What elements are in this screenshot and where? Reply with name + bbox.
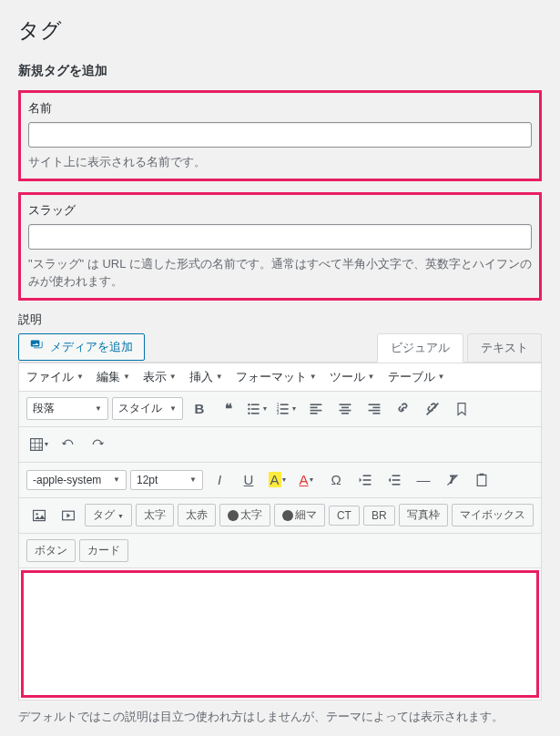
br-button[interactable]: BR <box>363 506 395 526</box>
svg-rect-23 <box>372 413 380 414</box>
redo-button[interactable] <box>85 433 110 456</box>
slug-desc: "スラッグ" は URL に適した形式の名前です。通常はすべて半角小文字で、英数… <box>28 255 532 291</box>
media-icon <box>30 338 45 356</box>
ct-button[interactable]: CT <box>329 506 360 526</box>
toolbar-row-5: ボタン カード <box>19 534 541 568</box>
svg-point-0 <box>249 404 250 405</box>
svg-text:3: 3 <box>277 411 280 415</box>
bgcolor-button[interactable]: A▼ <box>265 468 290 492</box>
svg-rect-30 <box>363 475 372 476</box>
svg-rect-18 <box>340 409 351 411</box>
slug-field-group: スラッグ "スラッグ" は URL に適した形式の名前です。通常はすべて半角小文… <box>18 192 542 301</box>
outdent-button[interactable] <box>352 468 378 492</box>
svg-point-40 <box>36 513 37 515</box>
svg-rect-17 <box>341 406 349 408</box>
bullet-list-button[interactable]: ▼ <box>245 397 270 421</box>
svg-point-4 <box>249 412 250 414</box>
toolbar-row-3: -apple-system 12pt I U A▼ A▼ Ω — <box>19 463 541 498</box>
align-right-button[interactable] <box>361 397 387 421</box>
svg-rect-33 <box>392 475 401 476</box>
svg-rect-37 <box>477 475 486 486</box>
toolbar-row-1: 段落 スタイル B ❝ ▼ 123 ▼ <box>19 392 541 427</box>
menu-table[interactable]: テーブル <box>388 369 445 385</box>
svg-rect-13 <box>311 406 318 408</box>
svg-rect-34 <box>392 479 401 481</box>
svg-rect-15 <box>311 413 318 414</box>
svg-rect-25 <box>30 438 42 450</box>
red-bold-button[interactable]: 太赤 <box>178 504 216 526</box>
tab-text[interactable]: テキスト <box>467 333 542 362</box>
svg-rect-3 <box>251 408 260 410</box>
toolbar-row-4: タグ 太字 太赤 太字 細マ CT BR 写真枠 マイボックス <box>19 498 541 534</box>
unlink-button[interactable] <box>420 397 445 421</box>
image-button[interactable] <box>26 504 52 527</box>
format-select[interactable]: 段落 <box>26 397 108 420</box>
paste-button[interactable] <box>469 468 494 492</box>
svg-rect-31 <box>363 479 372 481</box>
button-button[interactable]: ボタン <box>26 539 76 562</box>
add-media-button[interactable]: メディアを追加 <box>18 333 145 361</box>
link-button[interactable] <box>391 397 416 421</box>
svg-rect-22 <box>369 409 381 411</box>
name-desc: サイト上に表示される名前です。 <box>28 153 532 171</box>
editor-container: ファイル 編集 表示 挿入 フォーマット ツール テーブル 段落 スタイル B … <box>18 363 542 700</box>
menu-file[interactable]: ファイル <box>26 369 84 385</box>
svg-rect-12 <box>311 404 322 405</box>
font-size-select[interactable]: 12pt <box>130 470 203 490</box>
video-button[interactable] <box>56 504 81 527</box>
underline-button[interactable]: U <box>236 468 261 492</box>
quote-button[interactable]: ❝ <box>216 397 241 421</box>
numbered-list-button[interactable]: 123 ▼ <box>274 397 300 421</box>
align-left-button[interactable] <box>303 397 329 421</box>
svg-point-2 <box>249 407 250 409</box>
bookmark-button[interactable] <box>449 397 474 421</box>
svg-rect-9 <box>280 408 289 410</box>
indent-button[interactable] <box>382 468 407 492</box>
menu-edit[interactable]: 編集 <box>97 369 130 385</box>
marker-bold-button[interactable]: 太字 <box>219 504 270 526</box>
undo-button[interactable] <box>56 433 81 456</box>
name-field-group: 名前 サイト上に表示される名前です。 <box>18 90 542 181</box>
slug-input[interactable] <box>28 224 532 250</box>
bold-button[interactable]: B <box>187 397 212 421</box>
name-input[interactable] <box>28 122 532 148</box>
form-title: 新規タグを追加 <box>18 63 542 79</box>
editor-menubar: ファイル 編集 表示 挿入 フォーマット ツール テーブル <box>19 363 541 392</box>
svg-rect-5 <box>251 413 260 414</box>
description-field-group: 説明 メディアを追加 ビジュアル テキスト ファイル 編集 表示 挿入 フォーマ… <box>18 312 542 726</box>
bold-jp-button[interactable]: 太字 <box>136 504 174 526</box>
svg-rect-11 <box>280 413 289 414</box>
align-center-button[interactable] <box>332 397 358 421</box>
toolbar-row-2: ▼ <box>19 427 541 463</box>
menu-tools[interactable]: ツール <box>330 369 375 385</box>
slug-label: スラッグ <box>28 202 532 219</box>
svg-rect-7 <box>280 404 289 405</box>
tag-dropdown[interactable]: タグ <box>85 504 132 526</box>
svg-rect-16 <box>340 404 351 405</box>
hr-button[interactable]: — <box>411 468 436 492</box>
italic-button[interactable]: I <box>207 468 232 492</box>
svg-rect-14 <box>311 409 322 411</box>
svg-rect-1 <box>251 404 260 405</box>
textcolor-button[interactable]: A▼ <box>294 468 320 492</box>
page-title: タグ <box>18 16 542 45</box>
svg-rect-19 <box>341 413 349 414</box>
menu-view[interactable]: 表示 <box>143 369 177 385</box>
card-button[interactable]: カード <box>79 539 128 562</box>
menu-insert[interactable]: 挿入 <box>189 369 223 385</box>
special-char-button[interactable]: Ω <box>323 468 349 492</box>
clear-format-button[interactable] <box>440 468 465 492</box>
table-button[interactable]: ▼ <box>26 433 52 456</box>
photo-frame-button[interactable]: 写真枠 <box>399 504 448 526</box>
name-label: 名前 <box>28 100 532 117</box>
font-family-select[interactable]: -apple-system <box>26 470 127 490</box>
marker-thin-button[interactable]: 細マ <box>274 504 325 526</box>
menu-format[interactable]: フォーマット <box>236 369 317 385</box>
svg-rect-32 <box>363 484 372 486</box>
mybox-button[interactable]: マイボックス <box>452 504 534 526</box>
svg-rect-35 <box>392 484 401 486</box>
svg-rect-21 <box>372 406 380 408</box>
description-textarea[interactable] <box>21 570 539 698</box>
style-select[interactable]: スタイル <box>112 397 183 420</box>
tab-visual[interactable]: ビジュアル <box>377 333 463 363</box>
